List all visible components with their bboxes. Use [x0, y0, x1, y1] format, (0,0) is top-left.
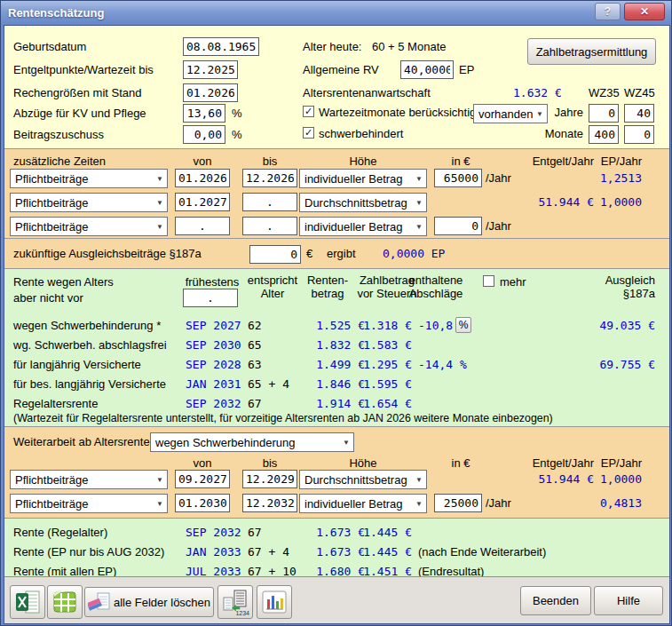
monate-wz45-input[interactable] — [624, 125, 654, 144]
weiter-row1-bis-input[interactable] — [242, 470, 297, 488]
rente-row3-alter: 63 — [248, 358, 262, 372]
header-entgelt-jahr: Entgelt/Jahr — [533, 155, 594, 168]
jahre-wz45-input[interactable] — [624, 104, 654, 123]
chevron-down-icon: ▼ — [415, 199, 423, 207]
chevron-down-icon: ▼ — [415, 476, 423, 484]
footer-toolbar: alle Felder löschen 1234 — [4, 576, 669, 623]
zusatz-row3-bis-input[interactable] — [242, 217, 297, 235]
excel-icon — [14, 589, 41, 615]
ergebnis-row1-zahlbetrag: 1.445 € — [363, 526, 412, 540]
beitragszuschuss-input[interactable] — [183, 125, 225, 144]
weiter-row1-type-select[interactable]: Pflichtbeiträge▼ — [10, 470, 168, 489]
selected-value: Pflichtbeiträge — [15, 497, 88, 511]
rente-row2-label: wg. Schwerbeh. abschlagsfrei — [13, 338, 167, 353]
zusatz-row3-von-input[interactable] — [175, 217, 230, 235]
zusatz-row1-type-select[interactable]: Pflichtbeiträge▼ — [10, 169, 168, 188]
zusatz-row2-ep-value: 1,0000 — [600, 195, 642, 210]
wartezeit-selected-value: vorhanden — [478, 107, 533, 121]
zusatz-row1-ep-value: 1,2513 — [600, 171, 642, 186]
rente-row4-label: für bes. langjährig Versicherte — [13, 377, 166, 392]
section-general: Geburtsdatum Entgeltpunkte/Wartezeit bis… — [4, 26, 669, 148]
zusatz-row1-betrag-input[interactable] — [434, 169, 482, 187]
weiter-row2-bis-input[interactable] — [242, 494, 297, 512]
hilfe-button[interactable]: Hilfe — [594, 586, 663, 615]
rente-row2-rente: 1.832 € — [316, 338, 365, 353]
zusatz-row1-von-input[interactable] — [175, 169, 230, 187]
rente-row1-datum: SEP 2027 — [186, 319, 241, 333]
weiter-row1-hoehe-select[interactable]: Durchschnittsbetrag▼ — [299, 470, 427, 489]
header-ausgleich: Ausgleich §187a — [605, 273, 655, 300]
help-titlebar-button[interactable]: ? — [595, 3, 621, 20]
entgeltpunkte-bis-label: Entgeltpunkte/Wartezeit bis — [13, 63, 154, 77]
export-table-button[interactable] — [47, 585, 83, 619]
header-hoehe: Höhe — [299, 155, 427, 168]
percent-button[interactable]: % — [455, 317, 471, 333]
rechengroessen-input[interactable] — [183, 83, 238, 102]
ergebnis-row2-zahlbetrag: 1.445 € — [363, 545, 412, 559]
mehr-checkbox[interactable] — [483, 275, 494, 287]
ergebnis-row1-rente: 1.673 € — [316, 526, 365, 540]
alter-heute-label: Alter heute: — [303, 40, 362, 54]
zusatz-row2-bis-input[interactable] — [242, 193, 297, 211]
zusatz-row2-hoehe-select[interactable]: Durchschnittsbetrag▼ — [299, 193, 427, 212]
zusatz-row1-hoehe-select[interactable]: individueller Betrag▼ — [299, 169, 427, 188]
weiterarbeit-select[interactable]: wegen Schwerbehinderung▼ — [150, 432, 354, 452]
mehr-label: mehr — [500, 275, 526, 289]
zusatz-row3-jahr-unit: /Jahr — [486, 219, 511, 234]
header-bis: bis — [242, 456, 297, 470]
rente-row5-alter: 67 — [248, 397, 262, 411]
rente-row2-datum: SEP 2030 — [186, 338, 241, 353]
rente-row5-label: Regelaltersrente — [13, 397, 98, 411]
zusatz-row2-von-input[interactable] — [175, 193, 230, 211]
weiter-row1-von-input[interactable] — [175, 470, 230, 488]
rente-row4-datum: JAN 2031 — [186, 377, 241, 392]
rente-row3-ausgleich: 69.755 € — [599, 358, 655, 372]
zusatz-row1-bis-input[interactable] — [242, 169, 297, 187]
clear-fields-button[interactable]: alle Felder löschen — [84, 587, 214, 617]
selected-value: Pflichtbeiträge — [15, 473, 88, 487]
zusatz-row3-betrag-input[interactable] — [434, 217, 482, 235]
weiter-row2-betrag-input[interactable] — [434, 494, 482, 512]
entgeltpunkte-bis-input[interactable] — [183, 60, 238, 79]
header-rentenbetrag: Renten- betrag — [301, 273, 354, 300]
rentenschaetzung-window: Rentenschätzung ? ✕ Geburtsdatum Entgelt… — [0, 0, 672, 626]
monate-wz35-input[interactable] — [589, 125, 619, 144]
dialog-content: Geburtsdatum Entgeltpunkte/Wartezeit bis… — [4, 26, 669, 623]
zusatz-row3-type-select[interactable]: Pflichtbeiträge▼ — [10, 217, 168, 236]
export-excel-button[interactable] — [10, 585, 45, 619]
schwerbehindert-checkbox[interactable]: ✓ — [303, 127, 314, 139]
titlebar[interactable]: Rentenschätzung ? ✕ — [1, 1, 671, 25]
rente-row5-zahlbetrag: 1.654 € — [363, 397, 412, 411]
calculation-details-button[interactable]: 1234 — [217, 585, 253, 619]
weiter-row2-ep-value: 0,4813 — [600, 496, 642, 511]
jahre-wz35-input[interactable] — [589, 104, 619, 123]
geburtsdatum-input[interactable] — [183, 37, 259, 56]
wartezeit-select[interactable]: vorhanden ▼ — [473, 104, 548, 123]
zahlbetragsermittlung-button[interactable]: Zahlbetragsermittlung — [527, 38, 656, 65]
ausgleich187a-result: 0,0000 EP — [383, 247, 445, 261]
rente-row1-alter: 62 — [248, 319, 262, 333]
kv-pflege-input[interactable] — [183, 104, 225, 123]
wartezeit-checkbox[interactable]: ✓ — [303, 106, 314, 117]
rente-row4-rente: 1.846 € — [316, 377, 365, 392]
weiter-row2-hoehe-select[interactable]: individueller Betrag▼ — [299, 494, 427, 513]
close-button[interactable]: ✕ — [624, 3, 665, 20]
allgemeine-rv-input[interactable] — [400, 60, 454, 79]
beenden-button[interactable]: Beenden — [520, 586, 591, 615]
rente-row2-zahlbetrag: 1.583 € — [363, 338, 412, 353]
chart-button[interactable] — [257, 585, 292, 619]
zahlbetragsermittlung-label: Zahlbetragsermittlung — [536, 45, 648, 59]
rente-row2-alter: 65 — [248, 338, 262, 353]
weiter-row2-type-select[interactable]: Pflichtbeiträge▼ — [10, 494, 168, 513]
clear-fields-label: alle Felder löschen — [114, 596, 210, 609]
allgemeine-rv-unit: EP — [459, 63, 474, 77]
chevron-down-icon: ▼ — [156, 476, 163, 484]
alter-heute-value: 60 + 5 Monate — [372, 40, 446, 54]
ausgleich187a-input[interactable] — [249, 245, 301, 264]
zusatz-row3-hoehe-select[interactable]: individueller Betrag▼ — [299, 217, 427, 236]
weiter-row2-von-input[interactable] — [175, 494, 230, 512]
not-before-input[interactable] — [183, 289, 238, 307]
selected-value: Pflichtbeiträge — [15, 196, 88, 210]
zusatz-row2-type-select[interactable]: Pflichtbeiträge▼ — [10, 193, 168, 212]
chevron-down-icon: ▼ — [415, 175, 423, 183]
